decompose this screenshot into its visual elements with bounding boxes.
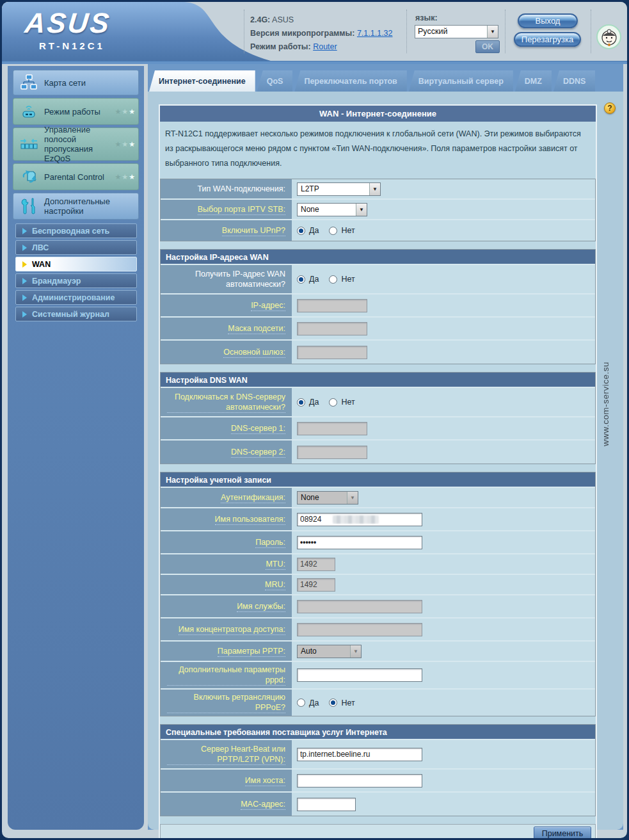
username-input[interactable]	[297, 513, 422, 526]
ip-address-label[interactable]: IP-адрес:	[251, 300, 285, 311]
dns1-input	[297, 422, 367, 435]
sidebar-item-advanced-settings[interactable]: Дополнительные настройки	[13, 193, 139, 220]
chevron-down-icon: ▼	[350, 645, 361, 658]
tab-virtual-server[interactable]: Виртуальный сервер	[409, 70, 513, 92]
logout-button[interactable]: Выход	[518, 13, 578, 28]
mac-address-label[interactable]: MAC-адрес:	[241, 799, 285, 810]
password-label[interactable]: Пароль:	[255, 537, 285, 548]
auth-label[interactable]: Аутентификация:	[221, 492, 285, 503]
section-title: Настройка DNS WAN	[161, 373, 595, 388]
sidebar-item-operation-mode[interactable]: Режим работы ★★★	[13, 98, 139, 125]
router-admin-window: ASUS RT-N12C1 2.4G: ASUS Версия микропро…	[2, 2, 627, 838]
language-selected-value: Русский	[415, 26, 487, 38]
pppd-options-label[interactable]: Дополнительные параметры pppd:	[167, 665, 285, 686]
sidebar-subitem-wireless[interactable]: Беспроводная сеть	[15, 223, 137, 238]
parental-control-icon	[13, 167, 44, 186]
tab-qos[interactable]: QoS	[257, 70, 293, 92]
operation-mode-link[interactable]: Router	[313, 42, 337, 51]
chevron-down-icon[interactable]: ▼	[487, 26, 498, 38]
pppoe-relay-radio-no[interactable]	[329, 699, 337, 707]
help-icon[interactable]: ?	[604, 102, 616, 114]
ssid-value: ASUS	[272, 15, 294, 24]
heartbeat-server-label[interactable]: Сервер Heart-Beat или PPTP/L2TP (VPN):	[167, 744, 285, 765]
sidebar-item-parental-control[interactable]: Parental Control ★★★	[13, 163, 139, 190]
difficulty-stars: ★★★	[115, 173, 136, 181]
header-divider	[591, 10, 591, 53]
sidebar-item-network-map[interactable]: Карта сети	[13, 70, 139, 95]
subitem-label: Беспроводная сеть	[32, 227, 109, 236]
reboot-button[interactable]: Перезагрузка	[514, 32, 581, 47]
arrow-right-icon	[22, 311, 27, 318]
iptv-port-select[interactable]: None ▼	[297, 203, 367, 216]
tab-ddns[interactable]: DDNS	[553, 70, 595, 92]
subitem-label: Системный журнал	[32, 310, 109, 319]
upnp-radio-yes[interactable]	[297, 227, 305, 235]
section-wan-ip: Настройка IP-адреса WAN Получить IP-адре…	[160, 249, 596, 364]
wan-settings-card: WAN - Интернет-соединение RT-N12C1 подде…	[159, 104, 597, 838]
pptp-options-select: Auto ▼	[297, 645, 362, 658]
password-input[interactable]	[297, 536, 422, 549]
wan-type-select[interactable]: L2TP ▼	[297, 182, 381, 196]
arrow-right-icon	[22, 245, 27, 251]
sidebar-item-label: Дополнительные настройки	[44, 197, 136, 216]
section-title: Настройка IP-адреса WAN	[161, 250, 595, 265]
hostname-label[interactable]: Имя хоста:	[245, 775, 285, 786]
language-ok-button[interactable]: OK	[475, 40, 500, 53]
chevron-down-icon[interactable]: ▼	[369, 183, 380, 195]
arrow-right-icon	[22, 228, 27, 234]
sidebar-subitem-lan[interactable]: ЛВС	[15, 240, 137, 255]
chevron-down-icon[interactable]: ▼	[356, 204, 367, 216]
access-concentrator-label[interactable]: Имя концентратора доступа:	[179, 624, 285, 635]
sidebar-item-label: Parental Control	[44, 172, 115, 182]
sidebar-subitem-firewall[interactable]: Брандмауэр	[15, 273, 137, 288]
pppd-options-input[interactable]	[297, 668, 422, 682]
sidebar-subitem-syslog[interactable]: Системный журнал	[15, 307, 137, 321]
apply-button[interactable]: Применить	[534, 827, 591, 839]
mtu-label[interactable]: MTU:	[266, 559, 285, 570]
network-map-icon	[13, 73, 44, 92]
gateway-label[interactable]: Основной шлюз:	[223, 347, 285, 358]
sidebar-item-ezqos[interactable]: Управление полосой пропускания EzQoS ★★★	[13, 127, 139, 161]
auth-select: None ▼	[297, 491, 358, 505]
pppoe-relay-label[interactable]: Включить ретрансляцию PPPoE?	[167, 692, 285, 713]
language-select[interactable]: Русский ▼	[415, 25, 498, 38]
firmware-label: Версия микропрограммы:	[250, 29, 354, 38]
radio-label-yes: Да	[309, 398, 319, 407]
dns1-label[interactable]: DNS-сервер 1:	[231, 423, 285, 434]
upnp-radio-no[interactable]	[329, 227, 337, 235]
section-general: Тип WAN-подключения: L2TP ▼ Выбор порта …	[160, 179, 596, 241]
ip-auto-radio-no[interactable]	[329, 275, 337, 284]
upnp-label[interactable]: Включить UPnP?	[222, 225, 285, 236]
tab-bar: Интернет-соединение QoS Переключатель по…	[149, 70, 595, 92]
ssid-label: 2.4G:	[250, 15, 270, 24]
dns-auto-radio-no[interactable]	[329, 398, 337, 407]
sidebar-subitem-wan[interactable]: WAN	[15, 257, 137, 271]
tab-port-trigger[interactable]: Переключатель портов	[294, 70, 406, 92]
dns-auto-label[interactable]: Подключаться к DNS-серверу автоматически…	[167, 392, 285, 413]
service-name-input	[297, 600, 422, 613]
radio-label-yes: Да	[309, 226, 319, 235]
mac-address-input[interactable]	[297, 798, 356, 811]
iptv-port-label[interactable]: Выбор порта IPTV STB:	[198, 204, 285, 215]
dns2-label[interactable]: DNS-сервер 2:	[231, 447, 285, 458]
gateway-input	[297, 346, 367, 359]
tab-dmz[interactable]: DMZ	[515, 70, 552, 92]
sidebar-subitem-administration[interactable]: Администрирование	[15, 290, 137, 305]
radio-label-no: Нет	[341, 398, 354, 407]
subitem-label: Администрирование	[32, 293, 115, 302]
subnet-mask-label[interactable]: Маска подсети:	[228, 323, 285, 334]
service-name-label[interactable]: Имя службы:	[237, 601, 285, 612]
username-label[interactable]: Имя пользователя:	[215, 514, 285, 525]
content-region: Интернет-соединение QoS Переключатель по…	[148, 64, 623, 830]
heartbeat-server-input[interactable]	[297, 748, 422, 761]
pptp-options-label[interactable]: Параметры PPTP:	[218, 646, 285, 657]
brand-block: ASUS RT-N12C1	[25, 7, 111, 51]
tab-internet-connection[interactable]: Интернет-соединение	[149, 70, 255, 92]
mru-label[interactable]: MRU:	[265, 579, 285, 590]
hostname-input[interactable]	[297, 774, 422, 788]
pppoe-relay-radio-yes[interactable]	[297, 699, 305, 707]
ip-auto-radio-yes[interactable]	[297, 275, 305, 284]
dns-auto-radio-yes[interactable]	[297, 398, 305, 407]
router-model: RT-N12C1	[39, 40, 111, 51]
firmware-version-link[interactable]: 7.1.1.1.32	[357, 29, 393, 38]
